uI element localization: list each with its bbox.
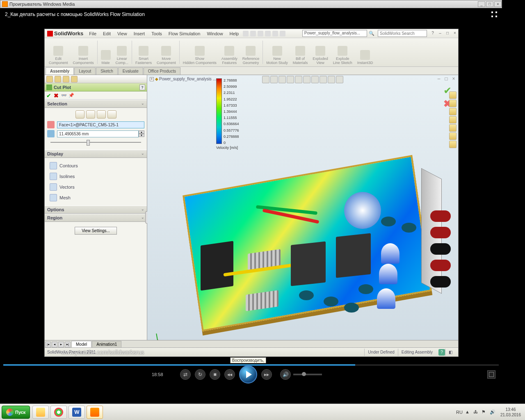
gfx-close-icon[interactable]: × xyxy=(451,76,457,82)
wmp-mute-button[interactable]: 🔊 xyxy=(280,369,291,380)
ribbon-show-hidden[interactable]: ShowHidden Components xyxy=(180,39,219,66)
face-selection-input[interactable]: Face<1>@PACTEC_CM5-125-1 xyxy=(57,121,144,128)
sw-qat-options-icon[interactable] xyxy=(280,31,285,37)
task-resources-icon[interactable] xyxy=(449,91,457,99)
sw-help-icon[interactable]: ? xyxy=(429,31,436,37)
sw-menu-edit[interactable]: Edit xyxy=(100,31,114,36)
tree-tab-feature-icon[interactable] xyxy=(46,76,53,82)
pm-selection-header[interactable]: Selection⌄ xyxy=(45,100,147,108)
display-mesh[interactable]: Mesh xyxy=(47,192,144,203)
task-view-palette-icon[interactable] xyxy=(449,116,457,123)
task-custom-props-icon[interactable] xyxy=(449,132,457,140)
ribbon-linear-comp[interactable]: LinearComp... xyxy=(113,39,131,66)
bottom-tab-model[interactable]: Model xyxy=(71,341,91,347)
bottom-tab-animation1[interactable]: Animation1 xyxy=(92,341,121,347)
display-style-icon[interactable] xyxy=(303,76,310,83)
pm-pin-icon[interactable]: 📌 xyxy=(68,93,74,98)
wmp-view-switch-button[interactable] xyxy=(487,370,495,379)
taskbar-word[interactable]: W xyxy=(68,406,85,419)
ribbon-assembly-features[interactable]: AssemblyFeatures xyxy=(219,39,240,66)
wmp-repeat-button[interactable]: ↻ xyxy=(195,369,205,380)
gfx-min-icon[interactable]: – xyxy=(436,76,442,82)
pm-preview-icon[interactable]: 👓 xyxy=(61,93,67,98)
pm-cancel-button[interactable]: ✖ xyxy=(54,92,59,99)
offset-spinner[interactable]: ▲▼ xyxy=(139,130,144,137)
sw-qat-print-icon[interactable] xyxy=(265,31,271,37)
taskbar-explorer[interactable] xyxy=(32,406,49,419)
ribbon-mate[interactable]: Mate xyxy=(98,39,113,66)
offset-input[interactable]: 11.4906536 mm xyxy=(57,130,139,137)
pm-help-button[interactable]: ? xyxy=(139,84,145,90)
start-button[interactable]: Пуск xyxy=(2,406,30,419)
zoom-fit-icon[interactable] xyxy=(262,76,269,83)
wmp-close-button[interactable]: × xyxy=(494,1,502,7)
wmp-minimize-button[interactable]: _ xyxy=(478,1,485,7)
ribbon-bom[interactable]: Bill ofMaterials xyxy=(290,39,310,66)
hide-show-icon[interactable] xyxy=(311,76,319,83)
tab-evaluate[interactable]: Evaluate xyxy=(118,67,143,75)
pm-ok-button[interactable]: ✔ xyxy=(46,92,51,99)
section-view-icon[interactable] xyxy=(287,76,294,83)
taskbar-chrome[interactable] xyxy=(50,406,67,419)
ribbon-edit-component[interactable]: EditComponent xyxy=(46,39,71,66)
selection-surf-icon[interactable] xyxy=(97,110,106,119)
gfx-max-icon[interactable]: □ xyxy=(443,76,449,82)
pm-region-header[interactable]: Region⌄ xyxy=(45,214,147,222)
task-appearances-icon[interactable] xyxy=(449,124,457,132)
tray-network-icon[interactable]: 🖧 xyxy=(473,409,479,415)
ribbon-explode-line[interactable]: ExplodeLine Sketch xyxy=(331,39,355,66)
tree-tab-dim-icon[interactable] xyxy=(71,76,78,82)
ribbon-exploded-view[interactable]: ExplodedView xyxy=(310,39,331,66)
sw-menu-view[interactable]: View xyxy=(114,31,130,36)
prev-view-icon[interactable] xyxy=(278,76,286,83)
sw-qat-new-icon[interactable] xyxy=(243,31,249,37)
sw-qat-open-icon[interactable] xyxy=(250,31,256,37)
wmp-volume-slider[interactable] xyxy=(293,374,322,375)
display-contours[interactable]: Contours xyxy=(47,160,144,171)
sw-qat-rebuild-icon[interactable] xyxy=(272,31,278,37)
tab-scroll-next-icon[interactable]: ▸ xyxy=(58,342,64,347)
wmp-prev-button[interactable]: ◂◂ xyxy=(224,369,235,380)
wmp-titlebar[interactable]: Проигрыватель Windows Media _ □ × xyxy=(0,0,502,8)
status-help-icon[interactable]: ? xyxy=(438,349,445,356)
tree-expand-icon[interactable]: + xyxy=(150,77,154,81)
ribbon-move-component[interactable]: MoveComponent xyxy=(154,39,178,66)
sw-menu-insert[interactable]: Insert xyxy=(130,31,148,36)
tray-flag-icon[interactable]: ▲ xyxy=(465,409,471,415)
appearance-icon[interactable] xyxy=(320,76,327,83)
taskbar-wmp[interactable] xyxy=(87,406,103,419)
ribbon-motion-study[interactable]: NewMotion Study xyxy=(264,39,290,66)
sw-restore-button[interactable]: □ xyxy=(444,31,451,37)
pm-options-header[interactable]: Options⌄ xyxy=(45,205,147,214)
sw-document-selector[interactable]: Power_supply_flow_analysis... xyxy=(302,30,367,37)
sw-menu-tools[interactable]: Tools xyxy=(148,31,165,36)
wmp-play-button[interactable]: Воспроизводить, xyxy=(239,365,257,383)
ribbon-insert-components[interactable]: InsertComponents xyxy=(71,39,96,66)
tray-clock[interactable]: 13:46 21.03.2016 xyxy=(498,407,523,418)
sw-menu-file[interactable]: File xyxy=(86,31,100,36)
task-flowsim-icon[interactable] xyxy=(449,141,457,148)
sw-graphics-area[interactable]: + ◆ Power_supply_flow_analysis ... xyxy=(147,75,458,347)
tree-tab-property-icon[interactable] xyxy=(55,76,61,82)
tab-scroll-prev-icon[interactable]: ◂ xyxy=(52,342,57,347)
sw-qat-save-icon[interactable] xyxy=(258,31,263,37)
wmp-shuffle-button[interactable]: ⇄ xyxy=(180,369,191,380)
wmp-maximize-button[interactable]: □ xyxy=(486,1,493,7)
view-settings-icon[interactable] xyxy=(336,76,343,83)
sw-minimize-button[interactable]: – xyxy=(437,31,443,37)
display-vectors[interactable]: Vectors xyxy=(47,182,144,192)
selection-iso-icon[interactable] xyxy=(86,110,95,119)
zoom-area-icon[interactable] xyxy=(270,76,278,83)
wmp-next-button[interactable]: ▸▸ xyxy=(261,369,272,380)
tray-language[interactable]: RU xyxy=(456,410,463,415)
tab-assembly[interactable]: Assembly xyxy=(46,67,74,75)
task-file-explorer-icon[interactable] xyxy=(449,108,457,115)
sw-search-input[interactable] xyxy=(378,30,427,37)
scene-icon[interactable] xyxy=(328,76,335,83)
task-design-lib-icon[interactable] xyxy=(449,100,457,107)
offset-slider[interactable] xyxy=(50,139,141,146)
pm-display-header[interactable]: Display⌄ xyxy=(45,150,147,158)
tray-volume-icon[interactable]: 🔊 xyxy=(490,409,495,415)
ribbon-instant3d[interactable]: Instant3D xyxy=(355,39,376,66)
tray-action-icon[interactable]: ⚑ xyxy=(482,409,487,415)
